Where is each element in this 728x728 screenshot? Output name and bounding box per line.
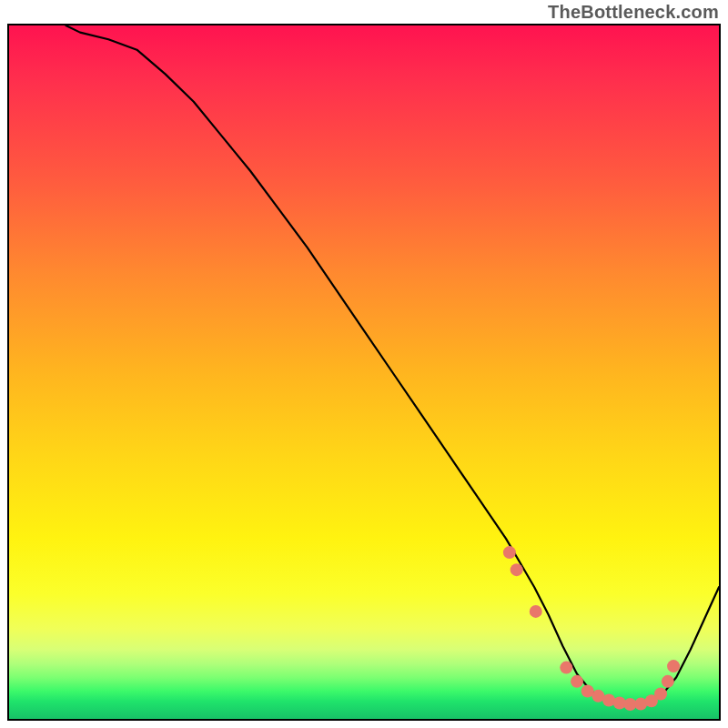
curve-marker [560,662,572,674]
bottleneck-curve [66,25,719,705]
curve-marker [530,605,542,618]
attribution-label: TheBottleneck.com [548,2,719,23]
chart-container: TheBottleneck.com [0,0,728,728]
curve-marker [511,563,523,576]
curve-marker [503,546,516,559]
curve-marker [662,675,674,688]
curve-marker [602,693,615,706]
plot-area [7,24,721,721]
curve-markers [503,546,680,711]
curve-marker [667,660,680,672]
curve-marker [654,688,667,701]
curve-layer [9,25,719,719]
curve-marker [571,675,583,688]
